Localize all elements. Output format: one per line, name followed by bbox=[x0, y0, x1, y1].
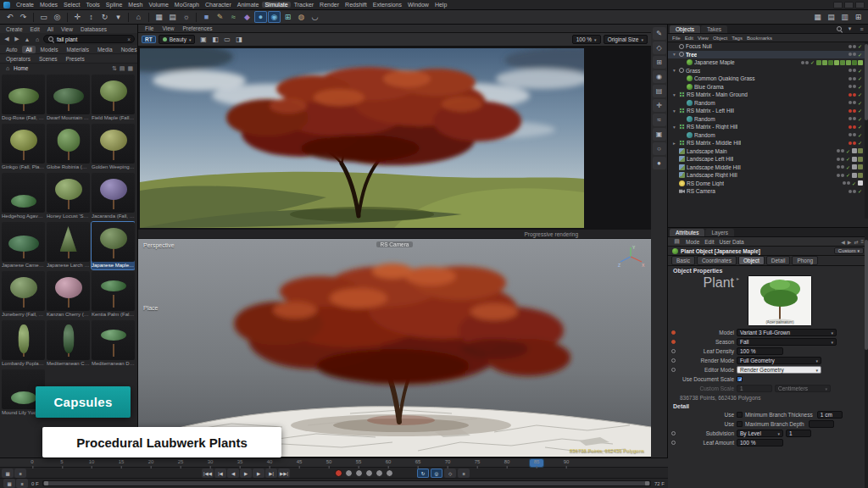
render-visibility-dot[interactable] bbox=[853, 53, 856, 56]
layout-render-icon[interactable]: ⊞ bbox=[852, 11, 865, 23]
key-position-button[interactable] bbox=[345, 469, 353, 477]
frame-tick[interactable]: 40 bbox=[267, 459, 273, 464]
editor-visibility-dot[interactable] bbox=[849, 69, 852, 72]
coordinate-system-icon[interactable]: ⌂ bbox=[132, 11, 145, 23]
plant-preview-thumbnail[interactable]: (Acer palmatum) bbox=[748, 275, 812, 326]
menu-animate[interactable]: Animate bbox=[235, 2, 262, 8]
model-dropdown[interactable]: Variant 3 Full-Grown▾ bbox=[737, 329, 837, 336]
scrollbar[interactable] bbox=[865, 42, 868, 219]
undo-icon[interactable]: ↶ bbox=[3, 11, 16, 23]
render-visibility-dot[interactable] bbox=[853, 45, 856, 48]
asset-item[interactable]: Hedgehog Agave (Fal... bbox=[2, 173, 45, 220]
asset-item[interactable]: Field Maple (Fall, Plant) bbox=[92, 75, 135, 122]
frame-tick[interactable]: 90 bbox=[564, 459, 570, 464]
asset-item[interactable]: Jacaranda (Fall, Plant) bbox=[92, 173, 135, 220]
texture-tag[interactable] bbox=[828, 60, 833, 65]
play-icon[interactable]: ▶ bbox=[240, 469, 252, 478]
expander-icon[interactable]: ▸ bbox=[671, 141, 677, 146]
enabled-checkmark[interactable]: ✓ bbox=[858, 84, 862, 90]
editor-visibility-dot[interactable] bbox=[837, 174, 840, 177]
render-visibility-dot[interactable] bbox=[841, 158, 844, 161]
timeline-grid-icon[interactable]: ▦ bbox=[2, 469, 14, 478]
panel-tab-takes[interactable]: Takes bbox=[701, 25, 727, 33]
keyframe-dot[interactable] bbox=[671, 349, 676, 353]
menu-simulate[interactable]: Simulate bbox=[262, 2, 290, 8]
rotate-tool-icon[interactable]: ↻ bbox=[98, 11, 111, 23]
object-row[interactable]: Random✓ bbox=[668, 131, 868, 140]
editor-visibility-dot[interactable] bbox=[837, 149, 840, 152]
editor-visibility-dot[interactable] bbox=[849, 117, 852, 120]
expander-icon[interactable]: ▾ bbox=[671, 68, 677, 73]
object-row[interactable]: Random✓ bbox=[668, 115, 868, 124]
enabled-checkmark[interactable]: ✓ bbox=[858, 108, 862, 114]
object-row[interactable]: ▸RS Matrix - Middle Hill✓ bbox=[668, 139, 868, 147]
editor-visibility-dot[interactable] bbox=[849, 109, 852, 113]
playback-loop-icon[interactable]: ↻ bbox=[417, 469, 429, 478]
editor-visibility-dot[interactable] bbox=[849, 101, 852, 104]
frame-tick[interactable]: 85 bbox=[534, 459, 540, 464]
menu-help[interactable]: Help bbox=[432, 2, 449, 8]
enabled-checkmark[interactable]: ✓ bbox=[858, 43, 862, 49]
enabled-checkmark[interactable]: ✓ bbox=[858, 100, 862, 106]
min-branch-use-checkbox[interactable] bbox=[737, 412, 743, 418]
tag-strip-icon[interactable]: ▣ bbox=[653, 128, 666, 141]
render-view-icon[interactable]: ▦ bbox=[153, 11, 165, 23]
move-tool-icon[interactable]: ✛ bbox=[71, 11, 84, 23]
rt-toggle-button[interactable]: RT bbox=[142, 36, 156, 43]
custom-scale-unit-dropdown[interactable]: Centimeters▾ bbox=[775, 385, 831, 392]
custom-button[interactable]: Custom▾ bbox=[834, 247, 864, 254]
render-visibility-dot[interactable] bbox=[853, 125, 856, 129]
render-region-icon[interactable]: ▭ bbox=[221, 35, 232, 45]
frame-tick[interactable]: 0 bbox=[31, 459, 33, 464]
lock-icon[interactable]: ≡ bbox=[857, 25, 866, 33]
timeline-ruler[interactable]: 051015202530354045505560657075808590 bbox=[0, 458, 668, 468]
texture-tag[interactable] bbox=[858, 180, 863, 186]
enabled-checkmark[interactable]: ✓ bbox=[846, 164, 850, 170]
filter-icon[interactable]: ▾ bbox=[845, 25, 854, 33]
texture-tag[interactable] bbox=[852, 148, 857, 153]
home-icon[interactable]: ⌂ bbox=[33, 35, 42, 43]
section-tab-coordinates[interactable]: Coordinates bbox=[697, 256, 737, 265]
spline-tool-icon[interactable]: ≈ bbox=[227, 11, 240, 23]
editor-visibility-dot[interactable] bbox=[849, 77, 852, 80]
object-row[interactable]: Landscape Left Hill✓ bbox=[668, 155, 868, 164]
render-menu-file[interactable]: File bbox=[143, 25, 155, 31]
asset-item[interactable]: Golden Weeping Willo... bbox=[92, 124, 135, 171]
primitive-cube-icon[interactable]: ■ bbox=[200, 11, 213, 23]
max-branch-use-checkbox[interactable] bbox=[737, 421, 743, 427]
last-tool-icon[interactable]: ▾ bbox=[112, 11, 125, 23]
redo-icon[interactable]: ↷ bbox=[17, 11, 30, 23]
texture-tag[interactable] bbox=[834, 60, 839, 65]
menu-window[interactable]: Window bbox=[405, 2, 431, 8]
expander-icon[interactable]: ▾ bbox=[671, 92, 677, 97]
menu-extensions[interactable]: Extensions bbox=[370, 2, 404, 8]
subdivision-level-field[interactable]: 1 bbox=[786, 430, 811, 437]
asset-item[interactable]: Dwarf Mountain Pine (... bbox=[47, 75, 90, 122]
menu-volume[interactable]: Volume bbox=[146, 2, 170, 8]
render-visibility-dot[interactable] bbox=[841, 174, 844, 177]
frame-tick[interactable]: 70 bbox=[445, 459, 451, 464]
scale-tool-icon[interactable]: ↕ bbox=[85, 11, 97, 23]
frame-tick[interactable]: 25 bbox=[178, 459, 184, 464]
enabled-checkmark[interactable]: ✓ bbox=[858, 124, 862, 130]
field-object-icon[interactable]: ◍ bbox=[295, 11, 308, 23]
frame-tick[interactable]: 5 bbox=[60, 459, 63, 464]
view-label[interactable]: Perspective bbox=[143, 242, 175, 248]
render-picture-viewer-icon[interactable]: ▤ bbox=[166, 11, 179, 23]
min-branch-field[interactable]: 1 cm bbox=[817, 411, 843, 419]
editor-visibility-dot[interactable] bbox=[849, 141, 852, 145]
texture-tag[interactable] bbox=[852, 157, 857, 162]
render-mode-dropdown[interactable]: Full Geometry▾ bbox=[737, 357, 821, 364]
camera-label[interactable]: RS Camera bbox=[376, 241, 414, 247]
render-visibility-dot[interactable] bbox=[853, 117, 856, 120]
interface-icon[interactable] bbox=[833, 2, 843, 8]
timeline-menu-icon[interactable]: ≡ bbox=[14, 469, 26, 478]
texture-tag[interactable] bbox=[822, 60, 827, 65]
light-strip-icon[interactable]: ○ bbox=[653, 142, 666, 155]
asset-item[interactable]: Kanzan Cherry (Fall,... bbox=[47, 271, 90, 319]
texture-tag[interactable] bbox=[852, 173, 857, 178]
texture-tag[interactable] bbox=[852, 60, 857, 65]
spline-strip-icon[interactable]: ◇ bbox=[653, 42, 666, 54]
history-back-icon[interactable]: ◀ bbox=[841, 239, 845, 245]
frame-tick[interactable]: 45 bbox=[297, 459, 303, 464]
